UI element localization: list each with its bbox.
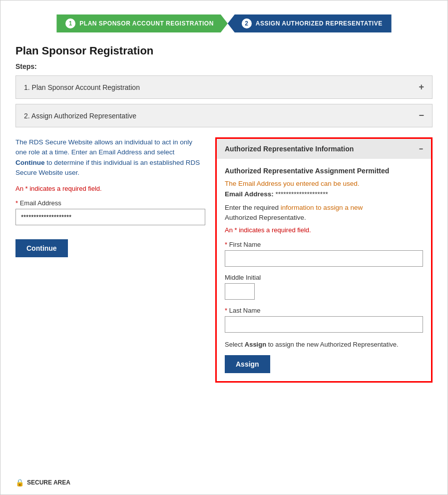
- last-name-label: * Last Name: [225, 307, 423, 314]
- accordion-step2-label: 2. Assign Authorized Representative: [24, 112, 136, 120]
- email-input[interactable]: [15, 209, 205, 225]
- steps-label: Steps:: [15, 62, 433, 70]
- progress-bar: 1 PLAN SPONSOR ACCOUNT REGISTRATION 2 AS…: [15, 14, 433, 32]
- assign-bold: Assign: [245, 341, 266, 348]
- footer: 🔒 SECURE AREA: [15, 479, 70, 487]
- accordion-step2-header[interactable]: 2. Assign Authorized Representative −: [16, 104, 432, 127]
- required-note-left: An * indicates a required field.: [15, 185, 205, 192]
- last-name-input[interactable]: [225, 316, 423, 333]
- middle-initial-input[interactable]: [225, 283, 255, 300]
- auth-rep-header-icon: −: [419, 145, 423, 153]
- email-field-group: * Email Address: [15, 199, 205, 232]
- lock-icon: 🔒: [15, 479, 24, 487]
- email-value-right: ********************: [276, 190, 328, 198]
- assign-button[interactable]: Assign: [225, 355, 270, 373]
- last-name-group: * Last Name: [225, 307, 423, 333]
- accordion-step1-icon: +: [419, 82, 424, 92]
- first-name-input[interactable]: [225, 250, 423, 267]
- page-title: Plan Sponsor Registration: [15, 44, 433, 57]
- right-panel: Authorized Representative Information − …: [215, 137, 433, 383]
- step2-number: 2: [242, 18, 252, 28]
- first-name-label: * First Name: [225, 241, 423, 248]
- accordion-step1-label: 1. Plan Sponsor Account Registration: [24, 83, 140, 91]
- accordion-step2: 2. Assign Authorized Representative −: [15, 104, 433, 127]
- content-area: The RDS Secure Website allows an individ…: [15, 137, 433, 383]
- assign-info-text: Enter the required information to assign…: [225, 203, 423, 223]
- auth-rep-section-title: Authorized Representative Assignment Per…: [225, 167, 423, 175]
- continue-button[interactable]: Continue: [15, 239, 68, 257]
- first-name-group: * First Name: [225, 241, 423, 267]
- accordion-step1-header[interactable]: 1. Plan Sponsor Account Registration +: [16, 76, 432, 98]
- step1-label: PLAN SPONSOR ACCOUNT REGISTRATION: [79, 20, 214, 27]
- middle-initial-label: Middle Initial: [225, 274, 423, 281]
- step1-number: 1: [65, 18, 75, 28]
- continue-bold-text: Continue: [15, 159, 45, 166]
- email-display: Email Address: ********************: [225, 190, 423, 198]
- progress-step-2: 2 ASSIGN AUTHORIZED REPRESENTATIVE: [228, 14, 392, 32]
- assign-note: Select Assign to assign the new Authoriz…: [225, 340, 423, 350]
- middle-initial-group: Middle Initial: [225, 274, 423, 300]
- accordion-step2-icon: −: [419, 110, 424, 121]
- auth-rep-status: The Email Address you entered can be use…: [225, 180, 423, 187]
- auth-rep-body: Authorized Representative Assignment Per…: [217, 159, 431, 381]
- auth-rep-header-title: Authorized Representative Information: [225, 145, 354, 153]
- email-label-left: * Email Address: [15, 199, 205, 207]
- step2-label: ASSIGN AUTHORIZED REPRESENTATIVE: [256, 20, 383, 27]
- progress-step-1: 1 PLAN SPONSOR ACCOUNT REGISTRATION: [56, 14, 228, 32]
- left-panel: The RDS Secure Website allows an individ…: [15, 137, 205, 383]
- accordion-step1: 1. Plan Sponsor Account Registration +: [15, 75, 433, 99]
- auth-rep-header: Authorized Representative Information −: [217, 139, 431, 159]
- secure-area-label: SECURE AREA: [27, 479, 70, 486]
- info-text: The RDS Secure Website allows an individ…: [15, 137, 205, 178]
- required-note-right: An * indicates a required field.: [225, 226, 423, 234]
